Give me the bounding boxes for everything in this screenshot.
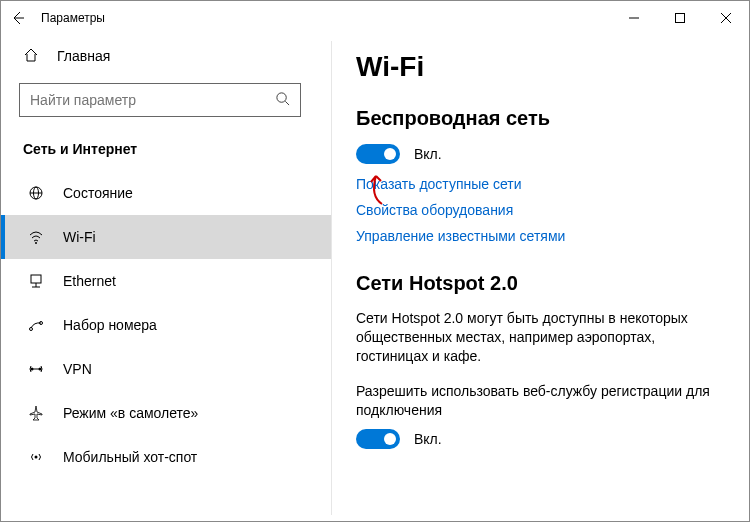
svg-line-6 (285, 101, 289, 105)
svg-point-19 (35, 456, 38, 459)
sidebar-item-dialup[interactable]: Набор номера (1, 303, 331, 347)
sidebar-item-label: Состояние (63, 185, 133, 201)
sidebar: Главная Сеть и Интернет Состояние (1, 35, 331, 521)
sidebar-item-wifi[interactable]: Wi-Fi (1, 215, 331, 259)
search-box[interactable] (19, 83, 301, 117)
close-button[interactable] (703, 1, 749, 35)
page-title: Wi-Fi (356, 51, 725, 83)
link-hardware-properties[interactable]: Свойства оборудования (356, 202, 725, 218)
sidebar-item-status[interactable]: Состояние (1, 171, 331, 215)
hotspot-description: Сети Hotspot 2.0 могут быть доступны в н… (356, 309, 725, 366)
content-panel: Wi-Fi Беспроводная сеть Вкл. Показать до… (332, 35, 749, 521)
hotspot-toggle[interactable] (356, 429, 400, 449)
minimize-button[interactable] (611, 1, 657, 35)
hotspot-heading: Сети Hotspot 2.0 (356, 272, 725, 295)
arrow-left-icon (10, 10, 26, 26)
sidebar-item-hotspot[interactable]: Мобильный хот-спот (1, 435, 331, 479)
sidebar-item-label: Набор номера (63, 317, 157, 333)
window-title: Параметры (35, 11, 105, 25)
close-icon (721, 13, 731, 23)
hotspot-toggle-label: Вкл. (414, 431, 442, 447)
svg-point-14 (30, 328, 33, 331)
svg-point-10 (35, 242, 37, 244)
maximize-button[interactable] (657, 1, 703, 35)
minimize-icon (629, 13, 639, 23)
svg-rect-11 (31, 275, 41, 283)
wifi-toggle[interactable] (356, 144, 400, 164)
hotspot-icon (27, 449, 45, 465)
svg-rect-2 (676, 14, 685, 23)
sidebar-item-label: Wi-Fi (63, 229, 96, 245)
sidebar-item-label: Режим «в самолете» (63, 405, 198, 421)
home-icon (23, 47, 39, 66)
link-manage-known-networks[interactable]: Управление известными сетями (356, 228, 725, 244)
wifi-toggle-row: Вкл. (356, 144, 725, 164)
link-show-networks[interactable]: Показать доступные сети (356, 176, 725, 192)
hotspot-allow-prompt: Разрешить использовать веб-службу регист… (356, 382, 725, 420)
sidebar-item-label: Ethernet (63, 273, 116, 289)
wifi-icon (27, 229, 45, 245)
sidebar-home[interactable]: Главная (1, 35, 331, 77)
back-button[interactable] (1, 10, 35, 26)
airplane-icon (27, 405, 45, 421)
search-wrap (1, 77, 331, 121)
vpn-icon (27, 361, 45, 377)
toggle-knob (384, 148, 396, 160)
dialup-icon (27, 317, 45, 333)
wifi-toggle-label: Вкл. (414, 146, 442, 162)
sidebar-category: Сеть и Интернет (1, 121, 331, 171)
sidebar-item-vpn[interactable]: VPN (1, 347, 331, 391)
sidebar-home-label: Главная (57, 48, 110, 64)
sidebar-item-label: Мобильный хот-спот (63, 449, 197, 465)
hotspot-toggle-row: Вкл. (356, 429, 725, 449)
sidebar-item-ethernet[interactable]: Ethernet (1, 259, 331, 303)
settings-window: Параметры Главная (0, 0, 750, 522)
toggle-knob (384, 433, 396, 445)
ethernet-icon (27, 273, 45, 289)
sidebar-item-airplane[interactable]: Режим «в самолете» (1, 391, 331, 435)
globe-icon (27, 185, 45, 201)
wireless-heading: Беспроводная сеть (356, 107, 725, 130)
sidebar-item-label: VPN (63, 361, 92, 377)
titlebar: Параметры (1, 1, 749, 35)
window-body: Главная Сеть и Интернет Состояние (1, 35, 749, 521)
search-input[interactable] (30, 92, 275, 108)
search-icon (275, 91, 290, 109)
sidebar-nav: Состояние Wi-Fi Ethernet (1, 171, 331, 521)
maximize-icon (675, 13, 685, 23)
svg-point-5 (277, 93, 286, 102)
